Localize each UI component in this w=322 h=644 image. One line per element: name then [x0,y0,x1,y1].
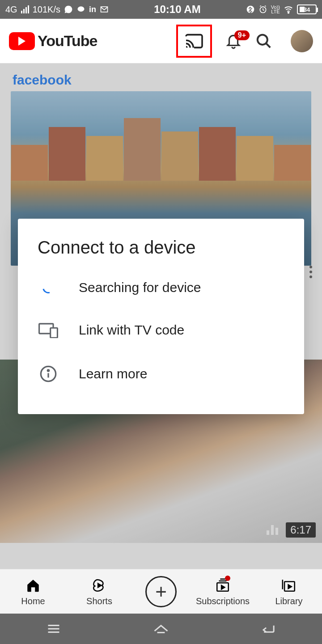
cast-button-highlighted[interactable] [176,25,212,58]
search-icon [255,33,272,50]
system-nav-bar [0,614,322,644]
plus-icon: + [145,576,177,607]
signal-icon [21,5,29,13]
cast-icon [184,33,204,49]
dialog-title: Connect to a device [18,237,304,267]
link-tv-label: Link with TV code [79,322,184,338]
notification-badge: 9+ [234,30,250,40]
searching-row: Searching for device [18,267,304,309]
nav-library[interactable]: Library [264,576,314,606]
youtube-play-icon [9,32,35,50]
searching-label: Searching for device [79,280,201,295]
feed-content: facebook 6:17 Connect to a device Search… [0,64,322,569]
menu-icon [47,623,60,634]
nav-home[interactable]: Home [8,576,58,606]
cast-dialog: Connect to a device Searching for device… [18,219,304,414]
linkedin-icon: in [89,5,96,14]
shorts-icon [92,578,107,593]
youtube-logo[interactable]: YouTube [9,32,97,50]
search-button[interactable] [251,29,276,54]
library-icon [281,578,297,593]
nav-subs-label: Subscriptions [196,596,250,606]
notifications-button[interactable]: 9+ [221,29,246,54]
account-avatar[interactable] [291,30,313,52]
nav-shorts[interactable]: Shorts [75,576,124,606]
nav-home-label: Home [21,596,45,606]
nav-subscriptions[interactable]: Subscriptions [198,576,247,606]
devices-icon [38,322,58,338]
svg-point-10 [47,369,49,371]
home-nav-icon [153,623,169,635]
app-top-bar: YouTube 9+ [0,19,322,64]
learn-more-label: Learn more [79,366,147,381]
info-icon [39,365,57,383]
svg-point-2 [246,6,254,13]
chat-icon [76,5,85,14]
svg-point-5 [258,34,267,44]
home-icon [25,578,41,593]
mail-icon [100,5,109,14]
modal-overlay[interactable]: Connect to a device Searching for device… [0,64,322,569]
home-button[interactable] [150,622,172,636]
bluetooth-icon [246,5,255,14]
nav-shorts-label: Shorts [86,596,112,606]
youtube-logo-text: YouTube [38,32,97,50]
wifi-icon [284,4,293,14]
whatsapp-icon [64,5,73,14]
recent-apps-button[interactable] [43,622,64,636]
back-icon [261,623,276,635]
bottom-nav: Home Shorts + Subscriptions Library [0,569,322,614]
back-button[interactable] [258,622,279,636]
learn-more-button[interactable]: Learn more [18,352,304,396]
battery-icon: 34 [297,4,317,14]
volte-icon: Vo)) LTE [271,5,280,14]
status-time: 10:10 AM [109,3,246,16]
status-bar: 4G 101K/s in 10:10 AM Vo)) LTE 34 [0,0,322,19]
svg-point-0 [77,6,84,12]
nav-create[interactable]: + [141,576,181,607]
alarm-icon [258,5,267,14]
spinner-icon [40,280,56,296]
svg-point-4 [288,12,289,13]
svg-rect-7 [51,328,58,338]
nav-library-label: Library [275,596,302,606]
network-type: 4G [5,4,17,15]
link-tv-code-button[interactable]: Link with TV code [18,309,304,352]
network-speed: 101K/s [33,4,60,15]
new-indicator-icon [225,576,230,581]
